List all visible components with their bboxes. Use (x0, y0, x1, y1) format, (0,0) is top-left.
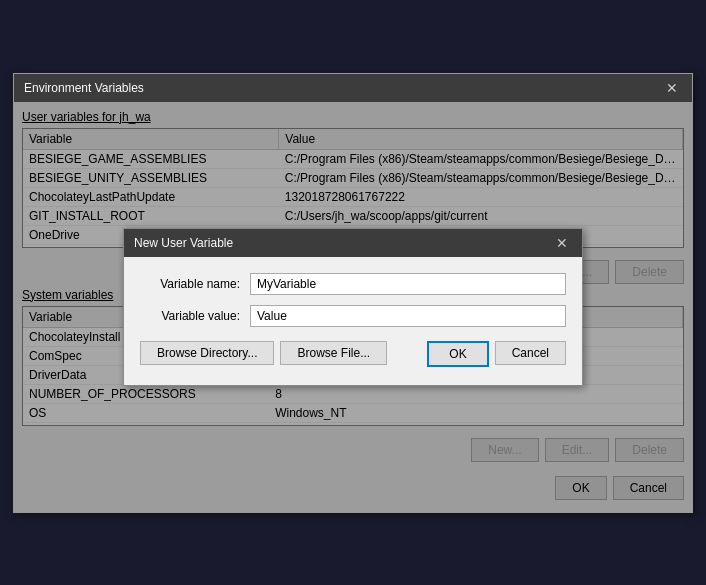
modal-cancel-button[interactable]: Cancel (495, 341, 566, 365)
new-user-variable-modal: New User Variable ✕ Variable name: Varia… (123, 228, 583, 386)
modal-content: Variable name: Variable value: Browse Di… (124, 257, 582, 385)
browse-file-button[interactable]: Browse File... (280, 341, 387, 365)
variable-value-input[interactable] (250, 305, 566, 327)
variable-value-row: Variable value: (140, 305, 566, 327)
environment-variables-window: Environment Variables ✕ User variables f… (13, 73, 693, 513)
outer-window-title: Environment Variables (24, 81, 144, 95)
modal-ok-button[interactable]: OK (427, 341, 488, 367)
modal-action-row: Browse Directory... Browse File... OK Ca… (140, 337, 566, 369)
variable-name-label: Variable name: (140, 277, 250, 291)
browse-directory-button[interactable]: Browse Directory... (140, 341, 274, 365)
variable-name-input[interactable] (250, 273, 566, 295)
variable-value-label: Variable value: (140, 309, 250, 323)
modal-overlay: New User Variable ✕ Variable name: Varia… (14, 102, 692, 512)
variable-name-row: Variable name: (140, 273, 566, 295)
modal-title-bar: New User Variable ✕ (124, 229, 582, 257)
outer-close-button[interactable]: ✕ (662, 80, 682, 96)
modal-title: New User Variable (134, 236, 233, 250)
outer-title-bar: Environment Variables ✕ (14, 74, 692, 102)
modal-close-button[interactable]: ✕ (552, 235, 572, 251)
